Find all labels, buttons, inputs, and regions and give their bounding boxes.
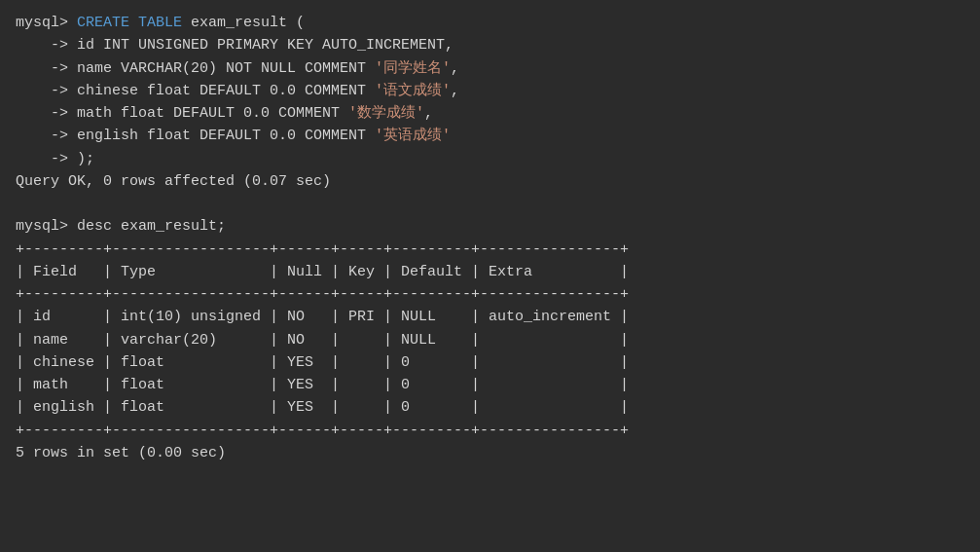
line-15: | name | varchar(20) | NO | | NULL | | [16,329,964,351]
line-blank [16,193,964,215]
line-7: -> ); [16,148,964,170]
line-2: -> id INT UNSIGNED PRIMARY KEY AUTO_INCR… [16,34,964,56]
line-11: +---------+------------------+------+---… [16,239,964,261]
line-17: | math | float | YES | | 0 | | [16,374,964,396]
line-5: -> math float DEFAULT 0.0 COMMENT '数学成绩'… [16,102,964,125]
line-14: | id | int(10) unsigned | NO | PRI | NUL… [16,306,964,328]
line-8: Query OK, 0 rows affected (0.07 sec) [16,170,964,193]
line-18: | english | float | YES | | 0 | | [16,396,964,419]
line-19: +---------+------------------+------+---… [16,420,964,442]
line-1: mysql> CREATE TABLE exam_result ( [16,12,964,34]
line-6: -> english float DEFAULT 0.0 COMMENT '英语… [16,125,964,147]
line-12: | Field | Type | Null | Key | Default | … [16,261,964,283]
line-4: -> chinese float DEFAULT 0.0 COMMENT '语文… [16,80,964,102]
line-10: mysql> desc exam_result; [16,215,964,238]
terminal-window: mysql> CREATE TABLE exam_result ( -> id … [0,0,980,552]
line-16: | chinese | float | YES | | 0 | | [16,351,964,374]
line-13: +---------+------------------+------+---… [16,283,964,306]
line-20: 5 rows in set (0.00 sec) [16,442,964,464]
line-3: -> name VARCHAR(20) NOT NULL COMMENT '同学… [16,57,964,80]
